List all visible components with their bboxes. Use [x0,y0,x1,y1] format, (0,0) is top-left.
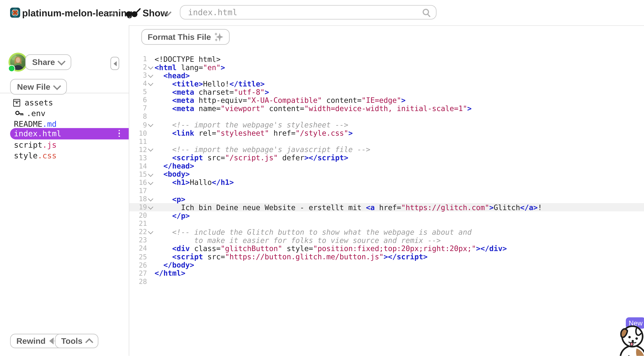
line-number: 24 [129,244,147,253]
fold-arrow-icon[interactable] [147,182,154,184]
line-number: 8 [129,112,147,121]
code-line[interactable]: 17 [129,187,644,195]
code-line[interactable]: 5 <meta charset="utf-8"> [129,88,644,96]
file-name: README.md [14,119,57,129]
code-line-text: <html lang="en"> [154,63,225,72]
code-line[interactable]: 8 [129,112,644,121]
line-number: 1 [129,55,147,63]
search-input[interactable] [187,7,422,18]
line-number: 7 [129,104,147,112]
code-line[interactable]: 26 </body> [129,261,644,269]
key-icon [15,110,24,117]
code-line[interactable]: 23 to make it easier for folks to view s… [129,236,644,244]
search-icon [422,8,431,17]
code-line[interactable]: 21 [129,220,644,228]
code-line[interactable]: 10 <link rel="stylesheet" href="/style.c… [129,129,644,137]
new-file-button[interactable]: New File [10,79,67,94]
code-line[interactable]: 1<!DOCTYPE html> [129,55,644,63]
share-button[interactable]: Share [25,54,71,70]
code-line[interactable]: 27</html> [129,269,644,278]
code-line-text: to make it easier for folks to view sour… [154,236,441,245]
line-number: 16 [129,178,147,187]
fold-arrow-icon[interactable] [147,198,154,200]
line-number: 17 [129,187,147,195]
share-chevron-icon [58,57,66,65]
new-file-label: New File [17,82,50,92]
top-header: platinum-melon-learning Show [0,0,644,26]
file-item-style[interactable]: style.css [14,150,57,161]
code-line-text: </head> [154,162,194,171]
line-number: 27 [129,269,147,278]
code-line[interactable]: 20 </p> [129,212,644,220]
line-number: 3 [129,71,147,80]
code-line-text: <!-- import the webpage's javascript fil… [154,145,370,154]
code-line-text: <link rel="stylesheet" href="/style.css"… [154,129,353,138]
code-line-text: <script src="/script.js" defer></script> [154,154,348,162]
file-item-script[interactable]: script.js [14,139,57,150]
code-line-text: </p> [154,211,190,220]
fold-arrow-icon[interactable] [147,82,154,85]
code-line-text: Ich bin Deine neue Website - erstellt mi… [154,203,542,212]
code-line-text: <!DOCTYPE html> [154,54,221,64]
code-line[interactable]: 3 <head> [129,71,644,80]
tools-button[interactable]: Tools [55,334,98,348]
code-line[interactable]: 25 <script src="https://button.glitch.me… [129,253,644,261]
line-number: 25 [129,253,147,261]
line-number: 23 [129,236,147,244]
line-number: 2 [129,63,147,71]
glitch-editor-window: platinum-melon-learning Show [0,0,644,356]
code-line[interactable]: 9 <!-- import the webpage's stylesheet -… [129,121,644,129]
fold-arrow-icon[interactable] [147,231,154,233]
share-label: Share [32,58,55,67]
line-number: 19 [129,203,147,212]
code-line[interactable]: 13 <script src="/script.js" defer></scri… [129,154,644,162]
code-line-text: <script src="https://button.glitch.me/bu… [154,252,428,261]
line-number: 22 [129,228,147,236]
collapse-sidebar-button[interactable] [110,57,119,70]
fold-arrow-icon[interactable] [147,74,154,77]
fold-arrow-icon[interactable] [147,173,154,176]
mascot-dog[interactable] [618,323,644,356]
file-item-env[interactable]: .env [15,108,46,118]
code-line[interactable]: 6 <meta http-equiv="X-UA-Compatible" con… [129,96,644,104]
line-number: 15 [129,170,147,178]
file-search[interactable] [180,5,436,20]
code-line[interactable]: 7 <meta name="viewport" content="width=d… [129,104,644,112]
fold-arrow-icon[interactable] [147,66,154,68]
code-line[interactable]: 2<html lang="en"> [129,63,644,71]
line-number: 18 [129,195,147,203]
code-line[interactable]: 16 <h1>Hallo</h1> [129,178,644,187]
code-line[interactable]: 19 Ich bin Deine neue Website - erstellt… [129,203,644,212]
file-item-assets[interactable]: assets [13,97,53,108]
file-name: index.html [14,129,62,138]
code-line[interactable]: 18 <p> [129,195,644,203]
code-line-text: </html> [154,269,185,278]
code-line[interactable]: 24 <div class="glitchButton" style="posi… [129,244,644,253]
file-name: script.js [14,140,57,150]
line-number: 21 [129,220,147,228]
project-avatar[interactable] [10,8,20,18]
fold-arrow-icon[interactable] [147,206,154,208]
code-line-text: <body> [154,170,190,179]
format-file-label: Format This File [148,32,211,42]
code-line-text: <meta http-equiv="X-UA-Compatible" conte… [154,96,406,105]
project-name[interactable]: platinum-melon-learning [22,8,132,18]
code-line[interactable]: 12 <!-- import the webpage's javascript … [129,146,644,154]
code-line[interactable]: 22 <!-- include the Glitch button to sho… [129,228,644,236]
code-line[interactable]: 28 [129,278,644,286]
file-item-index-selected[interactable]: index.html [10,128,129,140]
code-line-text: <h1>Hallo</h1> [154,178,234,187]
code-line-text: <title>Hello!</title> [154,79,265,88]
code-line[interactable]: 11 [129,137,644,146]
file-options-kebab-icon[interactable] [118,130,120,137]
tools-chevron-icon [85,338,93,346]
line-number: 11 [129,137,147,146]
code-line[interactable]: 4 <title>Hello!</title> [129,80,644,88]
file-name: .env [26,108,46,118]
file-item-readme[interactable]: README.md [14,118,57,129]
fold-arrow-icon[interactable] [147,148,154,151]
format-file-button[interactable]: Format This File [141,29,230,45]
code-line[interactable]: 14 </head> [129,162,644,170]
fold-arrow-icon[interactable] [147,124,154,126]
code-line[interactable]: 15 <body> [129,170,644,178]
